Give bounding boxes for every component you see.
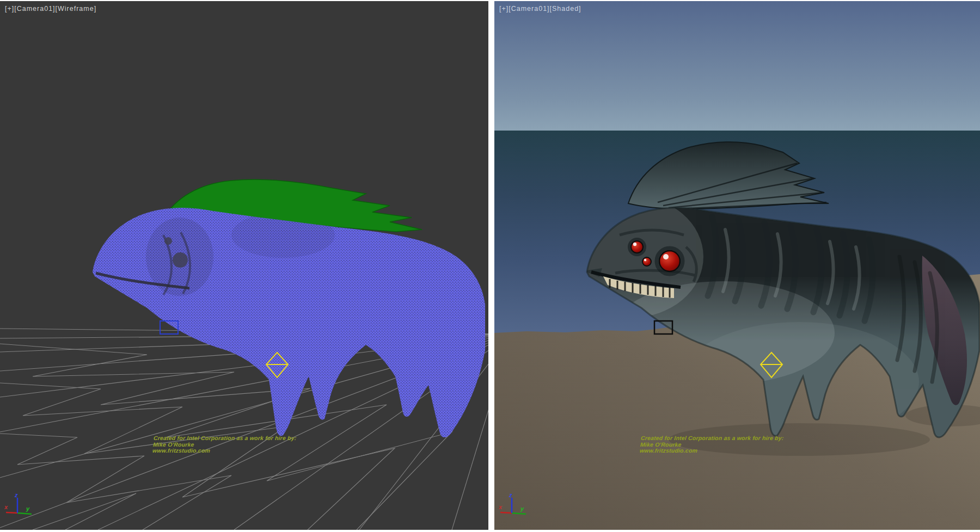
viewport-wireframe[interactable]: [+][Camera01][Wireframe] (0, 1, 488, 530)
eye-wireframe-small (164, 237, 172, 245)
axis-y-label: y (26, 505, 30, 512)
scene-annotation: Created for Intel Corporation as a work … (639, 435, 783, 454)
eye-red-upper (631, 241, 643, 253)
axis-y-line (512, 513, 526, 514)
eye-red-middle (642, 257, 651, 266)
annotation-line3: www.fritzstudio.com (639, 448, 782, 454)
viewport-label-wireframe[interactable]: [+][Camera01][Wireframe] (5, 5, 96, 13)
fish-wireframe (93, 180, 485, 437)
eye-wireframe-large (173, 252, 188, 268)
axis-y-label: y (520, 505, 524, 512)
dorsal-fin-shaded (628, 142, 829, 209)
axis-x-label: x (4, 504, 8, 510)
viewport-area: [+][Camera01][Wireframe] (0, 0, 980, 532)
axis-y-line (17, 513, 32, 514)
scene-annotation: Created for Intel Corporation as a work … (152, 435, 296, 454)
eye-red-large (659, 251, 680, 271)
axis-x-line (6, 512, 17, 513)
axis-x-label: x (498, 504, 503, 510)
world-axis-gizmo: x y z (495, 491, 534, 527)
viewport-label-shaded[interactable]: [+][Camera01][Shaded] (499, 5, 581, 13)
viewport-shaded[interactable]: [+][Camera01][Shaded] (494, 1, 980, 530)
annotation-line3: www.fritzstudio.com (152, 448, 295, 454)
annotation-line1: Created for Intel Corporation as a work … (154, 435, 297, 442)
axis-z-label: z (509, 492, 512, 498)
world-axis-gizmo: x y z (1, 491, 39, 527)
axis-x-line (500, 512, 512, 513)
axis-z-label: z (14, 492, 18, 498)
annotation-line1: Created for Intel Corporation as a work … (641, 435, 784, 442)
